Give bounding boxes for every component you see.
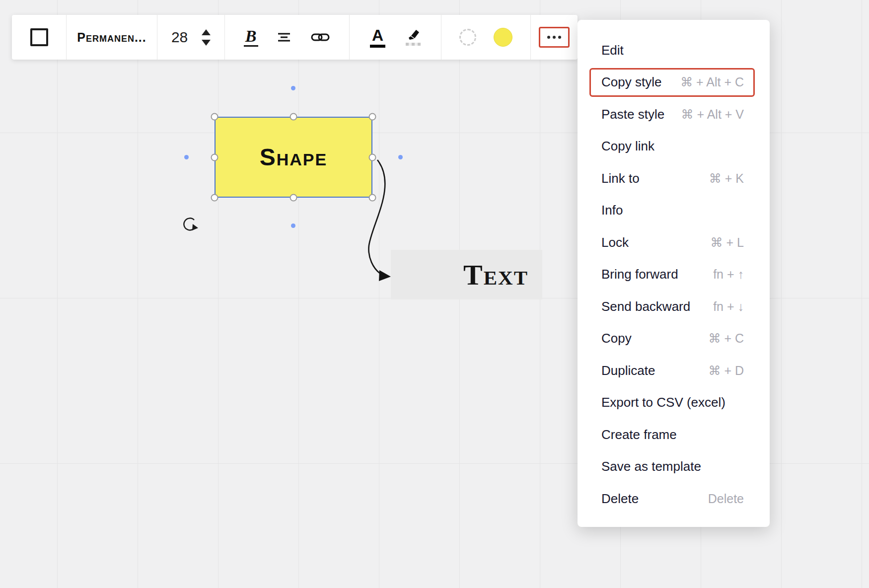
context-menu: Edit Copy style ⌘ + Alt + C Paste style … bbox=[578, 20, 770, 527]
menu-item-save-as-template[interactable]: Save as template bbox=[578, 451, 770, 483]
connection-point-left[interactable] bbox=[184, 155, 189, 159]
font-size-increase-icon[interactable] bbox=[202, 29, 211, 35]
menu-item-shortcut: ⌘ + D bbox=[708, 364, 744, 378]
selection-handle-bottom-right[interactable] bbox=[369, 194, 376, 202]
menu-item-label: Save as template bbox=[601, 459, 701, 474]
selection-handle-middle-right[interactable] bbox=[369, 153, 376, 161]
menu-item-label: Duplicate bbox=[601, 363, 655, 378]
highlighter-pen-icon bbox=[406, 29, 420, 41]
menu-item-label: Export to CSV (excel) bbox=[601, 395, 725, 410]
menu-item-label: Bring forward bbox=[601, 267, 678, 282]
menu-item-copy-style[interactable]: Copy style ⌘ + Alt + C bbox=[578, 67, 770, 99]
selection-handle-top-middle[interactable] bbox=[290, 113, 297, 121]
menu-item-shortcut: ⌘ + L bbox=[711, 235, 744, 250]
more-options-icon bbox=[553, 36, 556, 39]
more-options-icon bbox=[558, 36, 561, 39]
shape-text[interactable]: Shape bbox=[260, 144, 327, 171]
menu-item-label: Send backward bbox=[601, 299, 690, 314]
connection-point-top[interactable] bbox=[291, 86, 295, 90]
menu-item-label: Delete bbox=[601, 491, 639, 507]
link-icon[interactable] bbox=[310, 31, 330, 44]
more-options-icon bbox=[547, 36, 550, 39]
connection-point-right[interactable] bbox=[398, 155, 403, 159]
rotate-icon bbox=[184, 218, 198, 230]
menu-item-delete[interactable]: Delete Delete bbox=[578, 483, 770, 515]
menu-item-send-backward[interactable]: Send backward fn + ↓ bbox=[578, 291, 770, 323]
menu-item-label: Paste style bbox=[601, 107, 664, 122]
text-align-icon[interactable] bbox=[277, 31, 291, 44]
menu-item-shortcut: ⌘ + Alt + C bbox=[680, 75, 744, 89]
menu-item-label: Copy bbox=[601, 331, 632, 346]
bold-button[interactable]: B bbox=[244, 28, 258, 47]
font-size-decrease-icon[interactable] bbox=[202, 40, 211, 46]
font-size-stepper[interactable] bbox=[202, 29, 211, 46]
selected-shape-wrapper: Shape bbox=[215, 117, 372, 198]
menu-item-edit[interactable]: Edit bbox=[578, 34, 770, 67]
menu-item-create-frame[interactable]: Create frame bbox=[578, 419, 770, 451]
menu-item-shortcut: Delete bbox=[708, 492, 744, 506]
selection-handle-top-right[interactable] bbox=[369, 113, 376, 121]
menu-item-export-csv[interactable]: Export to CSV (excel) bbox=[578, 387, 770, 419]
menu-item-shortcut: ⌘ + K bbox=[709, 171, 744, 186]
menu-item-link-to[interactable]: Link to ⌘ + K bbox=[578, 162, 770, 195]
menu-item-label: Link to bbox=[601, 171, 640, 186]
font-size-value[interactable]: 28 bbox=[171, 29, 188, 46]
selection-handle-top-left[interactable] bbox=[211, 113, 218, 121]
highlighter-transparent-swatch bbox=[406, 43, 421, 46]
text-color-button[interactable]: A bbox=[370, 27, 385, 48]
menu-item-shortcut: ⌘ + C bbox=[708, 331, 744, 346]
menu-item-shortcut: ⌘ + Alt + V bbox=[681, 107, 744, 122]
menu-item-label: Copy link bbox=[601, 139, 654, 154]
menu-item-label: Edit bbox=[601, 43, 624, 58]
menu-item-bring-forward[interactable]: Bring forward fn + ↑ bbox=[578, 259, 770, 291]
menu-item-shortcut: fn + ↓ bbox=[713, 299, 744, 314]
text-element[interactable]: Text bbox=[391, 250, 542, 299]
more-options-button[interactable] bbox=[539, 27, 570, 48]
menu-item-copy[interactable]: Copy ⌘ + C bbox=[578, 323, 770, 355]
menu-item-label: Info bbox=[601, 203, 623, 218]
shape-rectangle[interactable]: Shape bbox=[215, 117, 372, 198]
menu-item-shortcut: fn + ↑ bbox=[713, 267, 744, 282]
menu-item-label: Lock bbox=[601, 235, 629, 250]
highlighter-button[interactable] bbox=[406, 29, 421, 46]
menu-item-info[interactable]: Info bbox=[578, 195, 770, 227]
menu-item-lock[interactable]: Lock ⌘ + L bbox=[578, 226, 770, 259]
border-color-none-swatch[interactable] bbox=[459, 29, 476, 46]
menu-item-label: Copy style bbox=[601, 74, 661, 90]
menu-item-paste-style[interactable]: Paste style ⌘ + Alt + V bbox=[578, 98, 770, 131]
menu-item-copy-link[interactable]: Copy link bbox=[578, 131, 770, 163]
selection-handle-bottom-middle[interactable] bbox=[290, 194, 297, 202]
selection-handle-bottom-left[interactable] bbox=[211, 194, 218, 202]
text-element-label: Text bbox=[463, 258, 528, 292]
selection-handle-middle-left[interactable] bbox=[211, 153, 218, 161]
connection-point-bottom[interactable] bbox=[291, 223, 295, 228]
shape-type-square-icon[interactable] bbox=[30, 28, 48, 46]
menu-item-duplicate[interactable]: Duplicate ⌘ + D bbox=[578, 355, 770, 387]
font-family-select[interactable]: Permanen... bbox=[77, 30, 146, 45]
menu-item-label: Create frame bbox=[601, 427, 677, 442]
fill-color-swatch[interactable] bbox=[494, 28, 512, 47]
format-toolbar: Permanen... 28 B A bbox=[12, 15, 578, 60]
